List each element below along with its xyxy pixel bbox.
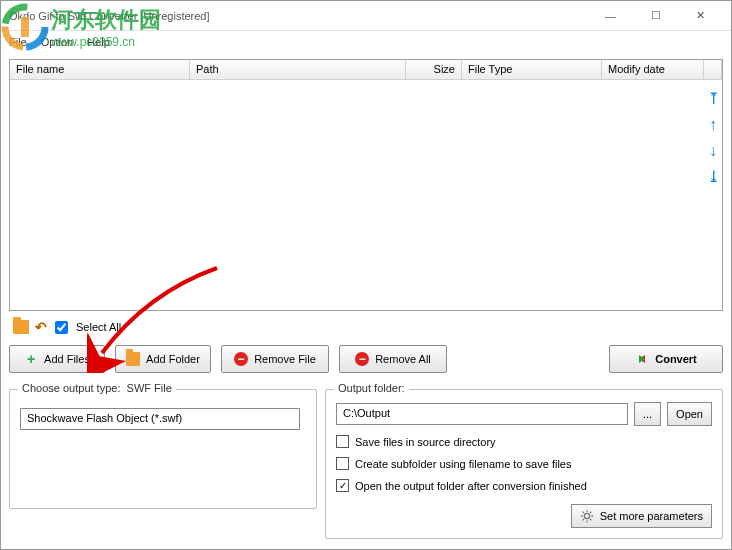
- output-folder-label: Output folder:: [334, 382, 409, 394]
- set-more-parameters-button[interactable]: Set more parameters: [571, 504, 712, 528]
- output-type-value: SWF File: [127, 382, 172, 394]
- output-type-label: Choose output type:: [22, 382, 120, 394]
- convert-icon: [635, 352, 649, 366]
- output-type-group: Choose output type: SWF File Shockwave F…: [9, 389, 317, 509]
- plus-icon: +: [24, 352, 38, 366]
- file-list[interactable]: File name Path Size File Type Modify dat…: [9, 59, 723, 311]
- watermark-logo: [1, 3, 49, 51]
- svg-point-4: [584, 513, 589, 518]
- select-all-label: Select All: [76, 321, 121, 333]
- create-subfolder-label: Create subfolder using filename to save …: [355, 458, 571, 470]
- create-subfolder-checkbox[interactable]: [336, 457, 349, 470]
- col-size[interactable]: Size: [406, 60, 462, 79]
- open-after-label: Open the output folder after conversion …: [355, 480, 587, 492]
- minimize-button[interactable]: —: [588, 2, 633, 30]
- col-filename[interactable]: File name: [10, 60, 190, 79]
- remove-all-button[interactable]: − Remove All: [339, 345, 447, 373]
- action-button-row: + Add Files Add Folder − Remove File − R…: [9, 343, 723, 383]
- move-top-icon[interactable]: ⤒: [705, 91, 721, 107]
- watermark-text-cn: 河东软件园: [51, 5, 161, 35]
- col-filetype[interactable]: File Type: [462, 60, 602, 79]
- minus-icon: −: [234, 352, 248, 366]
- col-path[interactable]: Path: [190, 60, 406, 79]
- close-button[interactable]: ✕: [678, 2, 723, 30]
- file-list-header: File name Path Size File Type Modify dat…: [10, 60, 722, 80]
- move-down-icon[interactable]: ↓: [705, 143, 721, 159]
- col-spacer: [704, 60, 722, 79]
- move-bottom-icon[interactable]: ⤓: [705, 169, 721, 185]
- folder-icon: [126, 352, 140, 366]
- output-folder-group: Output folder: C:\Output ... Open Save f…: [325, 389, 723, 539]
- browse-button[interactable]: ...: [634, 402, 661, 426]
- watermark-overlay: 河东软件园 www.pc0359.cn: [1, 3, 161, 51]
- folder-up-icon[interactable]: [13, 320, 29, 334]
- convert-button[interactable]: Convert: [609, 345, 723, 373]
- move-up-icon[interactable]: ↑: [705, 117, 721, 133]
- col-modifydate[interactable]: Modify date: [602, 60, 704, 79]
- output-folder-input[interactable]: C:\Output: [336, 403, 628, 425]
- gear-icon: [580, 509, 594, 523]
- select-all-row: ↶ Select All: [9, 311, 723, 343]
- open-folder-button[interactable]: Open: [667, 402, 712, 426]
- svg-rect-3: [21, 17, 29, 37]
- remove-file-button[interactable]: − Remove File: [221, 345, 329, 373]
- watermark-text-url: www.pc0359.cn: [51, 35, 161, 49]
- add-folder-button[interactable]: Add Folder: [115, 345, 211, 373]
- save-src-checkbox[interactable]: [336, 435, 349, 448]
- select-all-checkbox[interactable]: [55, 321, 68, 334]
- maximize-button[interactable]: ☐: [633, 2, 678, 30]
- save-src-label: Save files in source directory: [355, 436, 496, 448]
- output-format-field[interactable]: Shockwave Flash Object (*.swf): [20, 408, 300, 430]
- minus-icon: −: [355, 352, 369, 366]
- open-after-checkbox[interactable]: ✓: [336, 479, 349, 492]
- reorder-toolbar: ⤒ ↑ ↓ ⤓: [705, 91, 721, 185]
- add-files-button[interactable]: + Add Files: [9, 345, 105, 373]
